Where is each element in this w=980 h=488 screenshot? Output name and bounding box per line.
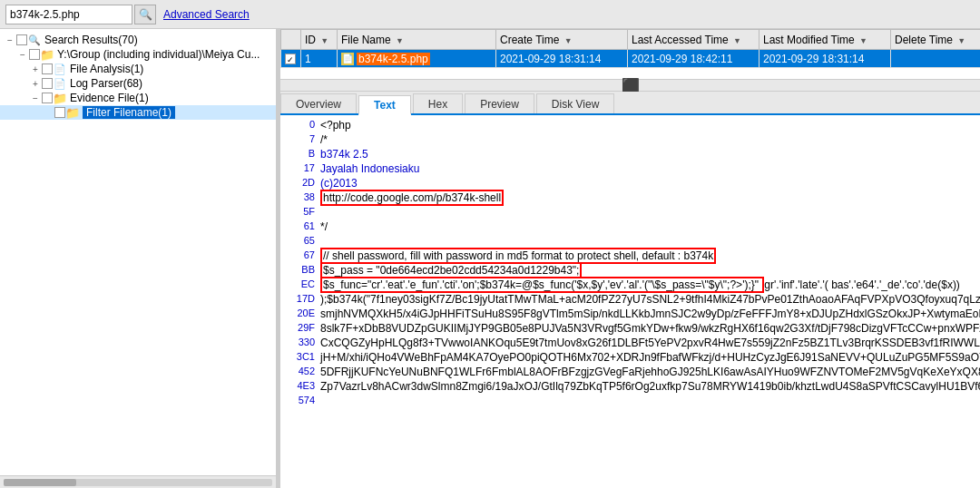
left-scrollbar-thumb	[4, 479, 76, 486]
tree-item-icon: 📄	[53, 63, 67, 75]
row-checkbox-input[interactable]	[285, 54, 296, 64]
main-layout: −🔍Search Results(70)−📁Y:\Group (includin…	[0, 29, 980, 488]
highlight-box: $s_func="cr'.'eat'.'e_fun'.'cti'.'on';$b…	[320, 277, 764, 293]
tree-area: −🔍Search Results(70)−📁Y:\Group (includin…	[0, 29, 276, 475]
tree-checkbox[interactable]	[42, 78, 53, 89]
line-number: 330	[288, 337, 320, 347]
line-number: 452	[288, 366, 320, 376]
line-content: (c)2013	[320, 177, 358, 190]
line-number: 61	[288, 220, 320, 231]
tab-hex[interactable]: Hex	[413, 93, 463, 113]
tree-item-label: Search Results(70)	[44, 34, 138, 46]
tree-item[interactable]: 📁Filter Filename(1)	[0, 105, 276, 120]
tree-item[interactable]: −🔍Search Results(70)	[0, 33, 276, 47]
line-number: 3C1	[288, 351, 320, 362]
tree-item-label: File Analysis(1)	[70, 63, 143, 75]
line-content: jH+M/xhi/iQHo4VWeBhFpAM4KA7OyePO0piQOTH6…	[320, 351, 980, 364]
tree-checkbox[interactable]	[54, 107, 65, 118]
filename-text: b374k-2.5.php	[357, 53, 430, 65]
line-content: */	[320, 220, 328, 233]
search-button[interactable]: 🔍	[134, 5, 156, 24]
tree-item-icon: 📁	[65, 106, 80, 119]
left-scrollbar[interactable]	[0, 475, 276, 488]
code-line: 7/*	[288, 133, 973, 148]
col-header-modified[interactable]: Last Modified Time ▼	[760, 30, 891, 50]
line-number: 0	[288, 119, 320, 130]
tree-item[interactable]: +📄Log Parser(68)	[0, 76, 276, 91]
code-line: 61*/	[288, 220, 973, 235]
line-content: /*	[320, 133, 328, 146]
tree-item[interactable]: −📁Evidence File(1)	[0, 91, 276, 105]
line-number: 20E	[288, 307, 320, 318]
advanced-search-link[interactable]: Advanced Search	[163, 8, 250, 21]
tree-checkbox[interactable]	[42, 63, 53, 74]
code-area[interactable]: 0<?php7/*Bb374k 2.517Jayalah Indonesiaku…	[280, 115, 980, 488]
line-number: BB	[288, 264, 320, 275]
line-number: 7	[288, 133, 320, 144]
line-content: b374k 2.5	[320, 148, 368, 161]
tree-expand-icon[interactable]: +	[29, 64, 42, 74]
tree-item[interactable]: +📄File Analysis(1)	[0, 62, 276, 76]
search-input[interactable]	[5, 5, 132, 24]
code-line: 0<?php	[288, 119, 973, 133]
col-header-create[interactable]: Create Time ▼	[496, 30, 628, 50]
row-filename: 📄b374k-2.5.php	[338, 50, 496, 68]
file-table: ID ▼ File Name ▼ Create Time ▼ Last Acce…	[280, 29, 980, 68]
line-content-ext: gr'.'inf'.'late'.'( bas'.'e64'.'_de'.'co…	[764, 278, 960, 291]
line-number: 67	[288, 249, 320, 260]
line-content: CxCQGZyHpHLQg8f3+TVwwoIANKOqu5E9t7tmUov8…	[320, 337, 980, 349]
tree-item-label: Y:\Group (including individual)\Meiya Cu…	[57, 48, 260, 61]
toolbar: 🔍 Advanced Search	[0, 0, 980, 29]
code-line: 17Jayalah Indonesiaku	[288, 162, 973, 177]
line-content: // shell password, fill with password in…	[320, 249, 716, 262]
tree-expand-icon[interactable]: −	[4, 35, 16, 45]
table-row[interactable]: 1📄b374k-2.5.php2021-09-29 18:31:142021-0…	[281, 50, 981, 68]
line-content: smjhNVMQXkH5/x4iGJpHHFiTSuHu8S95F8gVTlm5…	[320, 307, 980, 320]
tree-checkbox[interactable]	[16, 34, 27, 45]
tab-text[interactable]: Text	[358, 95, 411, 115]
line-content: Jayalah Indonesiaku	[320, 162, 419, 175]
row-create-time: 2021-09-29 18:31:14	[496, 50, 628, 68]
tree-checkbox[interactable]	[29, 49, 40, 60]
highlight-box: http://code.google.com/p/b374k-shell	[320, 190, 504, 206]
tab-preview[interactable]: Preview	[465, 93, 534, 113]
right-panel: ID ▼ File Name ▼ Create Time ▼ Last Acce…	[280, 29, 980, 488]
line-content: 8slk7F+xDbB8VUDZpGUKIIMjJYP9GB05e8PUJVa5…	[320, 322, 980, 335]
tree-expand-icon[interactable]: −	[29, 93, 42, 103]
sort-icon-filename: ▼	[396, 36, 404, 45]
code-line: 20EsmjhNVMQXkH5/x4iGJpHHFiTSuHu8S95F8gVT…	[288, 307, 973, 322]
tree-expand-icon[interactable]: −	[16, 50, 29, 60]
col-header-checkbox	[281, 30, 301, 50]
row-accessed-time: 2021-09-29 18:42:11	[628, 50, 760, 68]
tree-item-label: Filter Filename(1)	[83, 106, 175, 119]
col-header-delete[interactable]: Delete Time ▼	[891, 30, 981, 50]
sort-icon-accessed: ▼	[733, 36, 741, 45]
tree-item-icon: 📄	[53, 77, 67, 90]
tree-checkbox[interactable]	[42, 93, 53, 103]
tabs-bar: OverviewTextHexPreviewDisk View	[280, 92, 980, 115]
line-number: EC	[288, 278, 320, 289]
tree-item[interactable]: −📁Y:\Group (including individual)\Meiya …	[0, 47, 276, 62]
line-number: 17D	[288, 293, 320, 304]
code-line: 4E3Zp7VazrLv8hACwr3dwSlmn8Zmgi6/19aJxOJ/…	[288, 380, 973, 395]
code-line: EC$s_func="cr'.'eat'.'e_fun'.'cti'.'on';…	[288, 278, 973, 293]
line-number: 65	[288, 235, 320, 246]
tab-disk-view[interactable]: Disk View	[536, 93, 614, 113]
line-number: 2D	[288, 177, 320, 188]
row-checkbox[interactable]	[281, 50, 301, 68]
line-content: http://code.google.com/p/b374k-shell	[320, 191, 504, 204]
tab-overview[interactable]: Overview	[280, 93, 357, 113]
col-header-id[interactable]: ID ▼	[301, 30, 338, 50]
tree-item-icon: 📁	[40, 48, 54, 61]
tree-item-icon: 📁	[53, 92, 67, 104]
left-scrollbar-track	[4, 479, 272, 486]
col-header-filename[interactable]: File Name ▼	[338, 30, 496, 50]
horizontal-scrollbar[interactable]: ⬛	[280, 79, 980, 92]
sort-icon-modified: ▼	[859, 36, 867, 45]
tree-expand-icon[interactable]: +	[29, 79, 42, 89]
col-header-accessed[interactable]: Last Accessed Time ▼	[628, 30, 760, 50]
row-delete-time	[891, 50, 981, 68]
line-number: 38	[288, 191, 320, 202]
tree-item-icon: 🔍	[27, 34, 42, 46]
code-line: 330CxCQGZyHpHLQg8f3+TVwwoIANKOqu5E9t7tmU…	[288, 337, 973, 351]
